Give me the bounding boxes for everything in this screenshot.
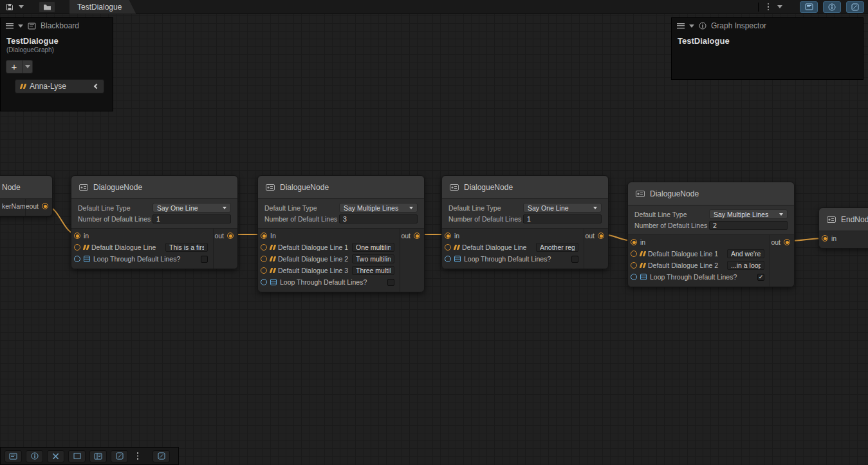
line-text-input[interactable]: One multiline	[352, 243, 394, 252]
input-port[interactable]	[261, 232, 267, 239]
input-port[interactable]	[74, 232, 80, 239]
inspector-button[interactable]	[26, 450, 43, 462]
line-type-dropdown[interactable]: Say One Line	[152, 203, 231, 213]
minimap-toggle-button[interactable]	[846, 1, 864, 13]
loop-checkbox[interactable]	[201, 256, 208, 263]
blackboard-panel: Blackboard TestDialogue (DialogueGraph) …	[0, 17, 113, 111]
loop-port[interactable]	[261, 279, 267, 285]
line-text-input[interactable]: Three multili	[352, 266, 394, 275]
line-port[interactable]	[631, 251, 637, 257]
line-port[interactable]	[445, 244, 451, 251]
graph-tab[interactable]: TestDialogue	[69, 0, 136, 14]
field-label: Number of Default Lines	[634, 222, 709, 229]
save-button[interactable]	[4, 1, 15, 13]
line-text-input[interactable]: Two multiline	[352, 254, 394, 263]
field-label: Number of Default Lines	[78, 215, 152, 223]
field-label: Default Line Type	[78, 204, 152, 212]
loop-label: Loop Through Default Lines?	[464, 255, 551, 263]
console-button[interactable]	[111, 450, 128, 462]
output-port[interactable]	[598, 232, 604, 239]
output-port[interactable]	[227, 232, 234, 239]
node-title-label: DialogueNode	[280, 183, 329, 192]
add-property-button[interactable]: +	[6, 60, 23, 73]
output-port[interactable]	[784, 239, 790, 245]
in-port-label: in	[454, 232, 459, 240]
chevron-down-icon	[779, 213, 783, 216]
output-port[interactable]	[42, 203, 48, 209]
bottom-more-button[interactable]	[132, 450, 143, 462]
output-port[interactable]	[414, 232, 420, 239]
toolbar-more-dropdown[interactable]	[774, 1, 786, 13]
dialogue-node-3[interactable]: DialogueNode Default Line Type Say One L…	[441, 175, 609, 269]
line-label: Default Dialogue Line 1	[648, 250, 718, 258]
loop-port[interactable]	[74, 256, 80, 262]
line-port[interactable]	[261, 267, 267, 274]
line-count-input[interactable]: 3	[339, 214, 418, 223]
line-type-dropdown[interactable]: Say One Line	[523, 203, 602, 213]
frame-button[interactable]	[68, 450, 86, 462]
add-property-dropdown[interactable]	[23, 60, 33, 73]
node-title: DialogueNode	[258, 176, 424, 199]
panels-button[interactable]	[89, 450, 107, 462]
blackboard-toggle-button[interactable]	[800, 1, 818, 13]
dialogue-node-1[interactable]: DialogueNode Default Line Type Say One L…	[71, 175, 238, 269]
dropdown-value: Say Multiple Lines	[344, 204, 398, 212]
out-port-label: out	[214, 232, 224, 240]
chevron-down-icon	[777, 5, 782, 8]
end-node[interactable]: EndNode in	[818, 207, 868, 249]
fullscreen-button[interactable]	[152, 450, 170, 462]
line-type-dropdown[interactable]: Say Multiple Lines	[709, 209, 788, 219]
collapse-arrow-icon[interactable]	[18, 24, 23, 28]
inspector-graph-name: TestDialogue	[672, 33, 863, 46]
dialogue-node-2[interactable]: DialogueNode Default Line Type Say Multi…	[257, 175, 425, 292]
line-label: Default Dialogue Line 2	[648, 261, 718, 269]
input-port[interactable]	[631, 239, 637, 245]
quote-icon	[640, 263, 645, 268]
line-port[interactable]	[74, 244, 80, 251]
loop-icon	[270, 279, 277, 285]
save-icon	[6, 3, 14, 11]
line-label: Default Dialogue Line	[91, 243, 156, 251]
line-count-input[interactable]: 1	[523, 214, 602, 223]
open-asset-button[interactable]	[39, 1, 55, 13]
chevron-down-icon	[19, 5, 24, 8]
graph-inspector-panel: Graph Inspector TestDialogue	[671, 17, 863, 80]
dialogue-node-4[interactable]: DialogueNode Default Line Type Say Multi…	[627, 182, 795, 287]
line-type-dropdown[interactable]: Say Multiple Lines	[339, 203, 418, 213]
tools-icon	[52, 453, 59, 460]
line-port[interactable]	[631, 262, 637, 269]
toolbar-separator	[758, 3, 759, 12]
line-text-input[interactable]: This is a first	[165, 243, 208, 252]
blackboard-property-anna-lyse[interactable]: Anna-Lyse	[15, 79, 104, 93]
line-text-input[interactable]: And we're...	[727, 249, 764, 258]
panel-menu-icon[interactable]	[6, 23, 14, 29]
in-port-label: in	[84, 232, 89, 240]
out-port-label: out	[401, 232, 411, 240]
tools-button[interactable]	[47, 450, 64, 462]
input-port[interactable]	[822, 235, 828, 242]
line-count-input[interactable]: 2	[709, 221, 788, 230]
graph-inspector-toggle-button[interactable]	[823, 1, 841, 13]
line-port[interactable]	[261, 256, 267, 262]
loop-port[interactable]	[445, 256, 451, 262]
loop-checkbox[interactable]: ✓	[757, 274, 764, 281]
line-text-input[interactable]: ...in a loop	[727, 261, 764, 270]
chevron-left-icon[interactable]	[94, 84, 99, 89]
toolbar-more-button[interactable]	[762, 1, 774, 13]
in-port-label: in	[640, 238, 645, 246]
save-dropdown-button[interactable]	[15, 1, 27, 13]
bottom-toolbar	[0, 447, 179, 465]
line-port[interactable]	[261, 244, 267, 251]
loop-checkbox[interactable]	[387, 279, 394, 286]
frame-icon	[73, 453, 81, 459]
dropdown-value: Say Multiple Lines	[714, 211, 768, 218]
speaker-node[interactable]: Node kerName out	[0, 175, 53, 216]
collapse-arrow-icon[interactable]	[689, 24, 694, 28]
loop-port[interactable]	[631, 274, 637, 280]
panel-menu-icon[interactable]	[677, 23, 685, 29]
line-text-input[interactable]: Another regu	[536, 243, 578, 252]
loop-checkbox[interactable]	[571, 256, 578, 263]
blackboard-button[interactable]	[5, 450, 22, 462]
input-port[interactable]	[445, 232, 451, 239]
line-count-input[interactable]: 1	[152, 214, 231, 223]
